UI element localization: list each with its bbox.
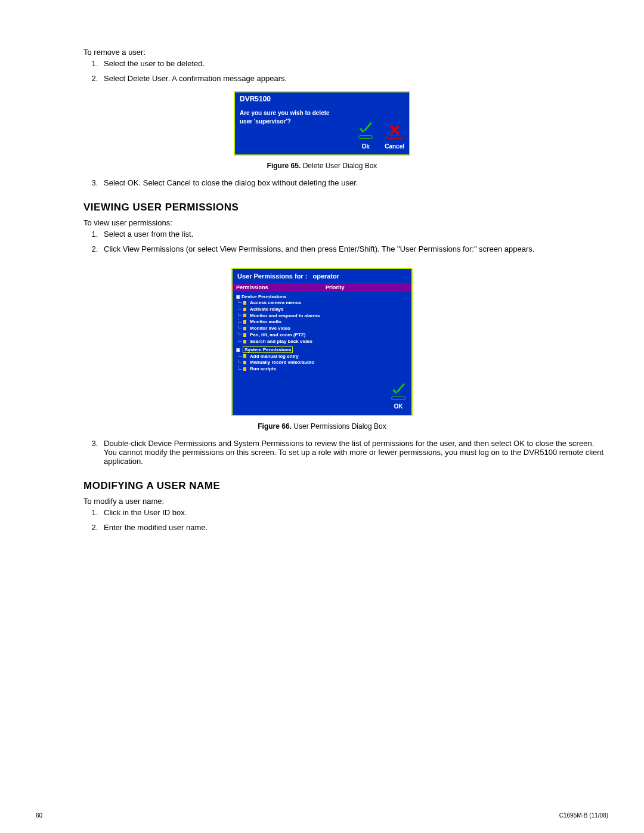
key-icon [243,314,248,317]
remove-user-step-1: Select the user to be deleted. [100,59,608,68]
permissions-ok-label: OK [390,403,407,410]
col-permissions: Permissions [233,283,322,292]
permissions-tree: Device Permissions Access camera menus A… [233,292,411,381]
perm-run-scripts[interactable]: Run scripts [243,366,408,373]
view-perms-step-2: Click View Permissions (or select View P… [100,244,608,253]
perm-add-log-entry[interactable]: Add manual log entry [243,354,408,360]
perm-access-camera-menus[interactable]: Access camera menus [243,300,408,306]
remove-user-steps: Select the user to be deleted. Select De… [100,59,608,83]
view-perms-step-3: Double-click Device Permissions and Syst… [100,439,608,466]
view-perms-intro: To view user permissions: [83,218,608,227]
key-icon [243,340,248,343]
cancel-button[interactable]: Cancel [385,123,404,151]
ok-label: Ok [357,143,374,151]
perm-monitor-live-video[interactable]: Monitor live video [243,326,408,332]
key-icon [243,320,248,324]
permissions-ok-button[interactable]: OK [390,385,407,410]
modify-name-intro: To modify a user name: [83,497,608,506]
device-permissions-root[interactable]: Device Permissions [236,294,408,299]
key-icon [243,367,248,371]
heading-viewing-permissions: VIEWING USER PERMISSIONS [83,202,608,213]
modify-name-step-1: Click in the User ID box. [100,508,608,517]
heading-modifying-user-name: MODIFYING A USER NAME [83,480,608,492]
col-priority: Priority [322,283,348,292]
key-icon [243,301,248,305]
key-icon [243,308,248,311]
perm-manual-record[interactable]: Manually record video/audio [243,360,408,366]
perm-monitor-audio[interactable]: Monitor audio [243,319,408,326]
perm-ptz[interactable]: Pan, tilt, and zoom (PTZ) [243,332,408,339]
doc-id: C1695M-B (11/08) [559,812,608,819]
modify-name-step-2: Enter the modified user name. [100,523,608,532]
page-number: 60 [36,812,42,819]
perm-activate-relays[interactable]: Activate relays [243,306,408,313]
perm-monitor-alarms[interactable]: Monitor and respond to alarms [243,313,408,320]
permissions-column-header: Permissions Priority [233,283,411,292]
system-permissions-root[interactable]: System Permissions [236,346,408,353]
view-perms-step-1: Select a user from the list. [100,230,608,239]
permissions-dialog-title: User Permissions for : operator [233,269,411,283]
delete-user-dialog: DVR5100 Are you sure you wish to delete … [234,91,410,156]
view-perms-steps: Select a user from the list. Click View … [100,230,608,253]
perm-search-playback[interactable]: Search and play back video [243,339,408,345]
check-icon [357,123,374,138]
dialog-msg-line1: Are you sure you wish to delete [240,109,404,117]
user-permissions-dialog: User Permissions for : operator Permissi… [231,268,413,416]
remove-user-step-2: Select Delete User. A confirmation messa… [100,74,608,83]
modify-name-steps: Click in the User ID box. Enter the modi… [100,508,608,532]
key-icon [243,333,248,337]
x-icon [386,123,403,138]
view-perms-steps-cont: Double-click Device Permissions and Syst… [100,439,608,466]
key-icon [243,354,248,358]
dialog-title: DVR5100 [235,92,409,106]
ok-button[interactable]: Ok [357,123,374,151]
remove-user-steps-cont: Select OK. Select Cancel to close the di… [100,178,608,187]
remove-user-intro: To remove a user: [83,48,608,57]
key-icon [243,361,248,364]
key-icon [243,327,248,330]
remove-user-step-3: Select OK. Select Cancel to close the di… [100,178,608,187]
figure66-caption: Figure 66. User Permissions Dialog Box [36,422,608,431]
check-icon [390,385,407,399]
cancel-label: Cancel [385,143,404,151]
figure65-caption: Figure 65. Delete User Dialog Box [36,162,608,170]
page-footer: 60 C1695M-B (11/08) [36,812,608,819]
